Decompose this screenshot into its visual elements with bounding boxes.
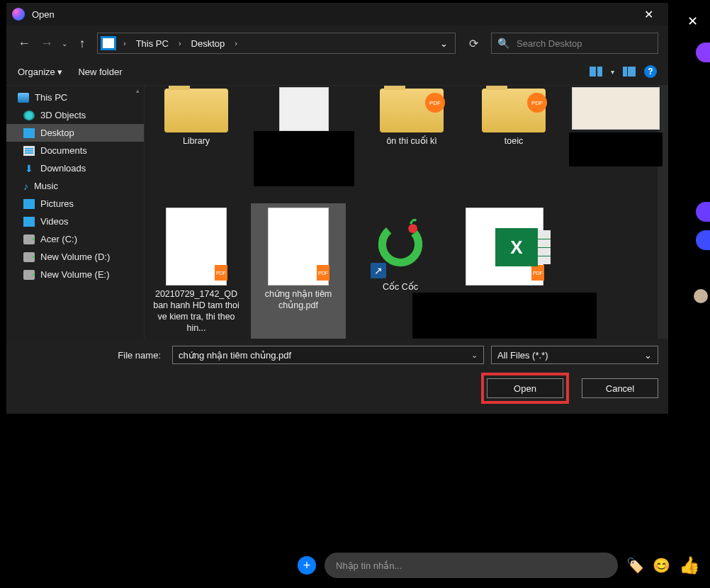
- file-item-library[interactable]: Library: [149, 86, 244, 191]
- view-caret[interactable]: ▾: [611, 68, 614, 76]
- downloads-icon: ⬇: [23, 164, 35, 174]
- preview-pane-icon[interactable]: [623, 67, 636, 77]
- help-icon[interactable]: ?: [644, 65, 657, 78]
- file-grid: Library PDF ôn thi cuối kì PDF toeic: [145, 86, 668, 339]
- tree-item-drive-c[interactable]: Acer (C:): [6, 230, 144, 248]
- search-placeholder: Search Desktop: [517, 38, 582, 49]
- message-compose-bar: + Nhập tin nhắn... 🏷️ 😊 👍: [298, 553, 700, 578]
- pictures-icon: [23, 199, 35, 209]
- file-item-redacted[interactable]: [251, 86, 357, 191]
- file-type-filter[interactable]: All Files (*.*) ⌄: [491, 346, 658, 364]
- file-open-dialog: Open ✕ ← → ⌄ ↑ › This PC › Desktop › ⌄ ⟳…: [6, 3, 668, 414]
- chevron-right-icon: ›: [232, 39, 240, 47]
- desktop-icon: [23, 128, 35, 138]
- filename-input[interactable]: chứng nhận tiêm chủng.pdf ⌄: [172, 346, 484, 364]
- drive-icon: [23, 252, 35, 262]
- chevron-right-icon: ›: [120, 39, 129, 47]
- side-indicator: [696, 43, 710, 62]
- side-indicator: [696, 202, 710, 222]
- file-item-chung-nhan[interactable]: PDF chứng nhận tiêm chủng.pdf: [251, 203, 346, 339]
- open-button[interactable]: Open: [487, 378, 563, 398]
- close-button[interactable]: ✕: [634, 8, 663, 21]
- sticker-icon[interactable]: 🏷️: [626, 557, 644, 574]
- like-button[interactable]: 👍: [679, 555, 700, 575]
- add-attachment-button[interactable]: +: [298, 556, 316, 575]
- pc-icon: [18, 93, 29, 103]
- view-icon[interactable]: [590, 67, 602, 77]
- message-input[interactable]: Nhập tin nhắn...: [325, 553, 618, 578]
- organize-button[interactable]: Organize ▾: [18, 67, 62, 77]
- breadcrumb-segment[interactable]: This PC: [133, 38, 171, 49]
- side-indicator: [696, 230, 710, 250]
- tree-item-downloads[interactable]: ⬇Downloads: [6, 159, 144, 177]
- pdf-badge-icon: PDF: [215, 265, 227, 281]
- coccoc-icon: ↗: [366, 210, 434, 278]
- forward-button[interactable]: →: [39, 35, 55, 51]
- location-icon: [101, 36, 116, 50]
- chevron-right-icon: ›: [176, 39, 184, 47]
- file-item-on-thi[interactable]: PDF ôn thi cuối kì: [364, 86, 459, 191]
- refresh-button[interactable]: ⟳: [463, 37, 484, 50]
- folder-icon: PDF: [482, 89, 546, 132]
- pdf-badge-icon: PDF: [425, 93, 445, 113]
- svg-point-1: [408, 224, 417, 233]
- redacted-thumbnail: [569, 132, 663, 166]
- tree-item-pictures[interactable]: Pictures: [6, 195, 144, 213]
- tree-item-music[interactable]: ♪Music: [6, 177, 144, 195]
- emoji-icon[interactable]: 😊: [653, 557, 670, 574]
- scroll-up-icon[interactable]: ▴: [136, 87, 140, 94]
- search-input[interactable]: 🔍 Search Desktop: [491, 33, 658, 54]
- file-item-qd[interactable]: PDF 20210729_1742_QD ban hanh HD tam tho…: [149, 203, 244, 339]
- messenger-icon: [12, 8, 25, 21]
- recent-locations-button[interactable]: ⌄: [62, 40, 67, 47]
- document-thumbnail: PDF: [166, 208, 227, 285]
- music-icon: ♪: [23, 181, 28, 191]
- avatar: [694, 289, 708, 303]
- drive-icon: [23, 270, 35, 280]
- chevron-down-icon[interactable]: ⌄: [644, 350, 652, 361]
- redacted-thumbnail: [254, 131, 354, 186]
- pdf-badge-icon: PDF: [317, 265, 329, 281]
- cancel-button[interactable]: Cancel: [582, 378, 658, 398]
- drive-icon: [23, 234, 35, 244]
- documents-icon: [23, 146, 35, 156]
- pdf-badge-icon: PDF: [527, 93, 547, 113]
- breadcrumb-expand[interactable]: ⌄: [440, 38, 448, 49]
- tree-item-this-pc[interactable]: This PC: [6, 89, 144, 106]
- folder-icon: PDF: [380, 89, 444, 132]
- tree-item-drive-e[interactable]: New Volume (E:): [6, 266, 144, 283]
- chevron-down-icon[interactable]: ⌄: [471, 351, 478, 360]
- tree-item-desktop[interactable]: Desktop: [6, 124, 144, 142]
- app-close-button[interactable]: ✕: [682, 11, 703, 32]
- tree-item-drive-d[interactable]: New Volume (D:): [6, 248, 144, 266]
- 3d-objects-icon: [23, 111, 35, 120]
- file-item-toeic[interactable]: PDF toeic: [466, 86, 561, 191]
- toolbar: Organize ▾ New folder ▾ ?: [6, 60, 668, 86]
- document-thumbnail: [279, 87, 329, 131]
- tree-item-3d-objects[interactable]: 3D Objects: [6, 106, 144, 124]
- back-button[interactable]: ←: [16, 35, 32, 51]
- tree-item-videos[interactable]: Videos: [6, 213, 144, 230]
- new-folder-button[interactable]: New folder: [78, 67, 122, 77]
- document-thumbnail: PDF: [268, 208, 329, 285]
- dialog-footer: File name: chứng nhận tiêm chủng.pdf ⌄ A…: [6, 339, 668, 414]
- tree-item-documents[interactable]: Documents: [6, 142, 144, 159]
- breadcrumb[interactable]: › This PC › Desktop › ⌄: [97, 33, 456, 54]
- excel-icon: X: [485, 212, 548, 283]
- videos-icon: [23, 217, 35, 227]
- open-button-highlight: Open: [481, 373, 569, 404]
- redacted-thumbnail: [412, 293, 597, 339]
- filename-label: File name:: [16, 350, 165, 361]
- up-button[interactable]: ↑: [74, 35, 90, 51]
- photo-thumbnail: [572, 87, 660, 130]
- nav-tree: ▴ This PC 3D Objects Desktop Documents ⬇…: [6, 86, 145, 339]
- breadcrumb-segment[interactable]: Desktop: [188, 38, 228, 49]
- dialog-title: Open: [32, 9, 55, 20]
- folder-icon: [164, 89, 228, 132]
- titlebar: Open ✕: [6, 3, 668, 26]
- shortcut-arrow-icon: ↗: [371, 263, 386, 278]
- search-icon: 🔍: [497, 38, 509, 49]
- file-item-photo[interactable]: [568, 86, 663, 191]
- nav-row: ← → ⌄ ↑ › This PC › Desktop › ⌄ ⟳ 🔍 Sear…: [6, 26, 668, 60]
